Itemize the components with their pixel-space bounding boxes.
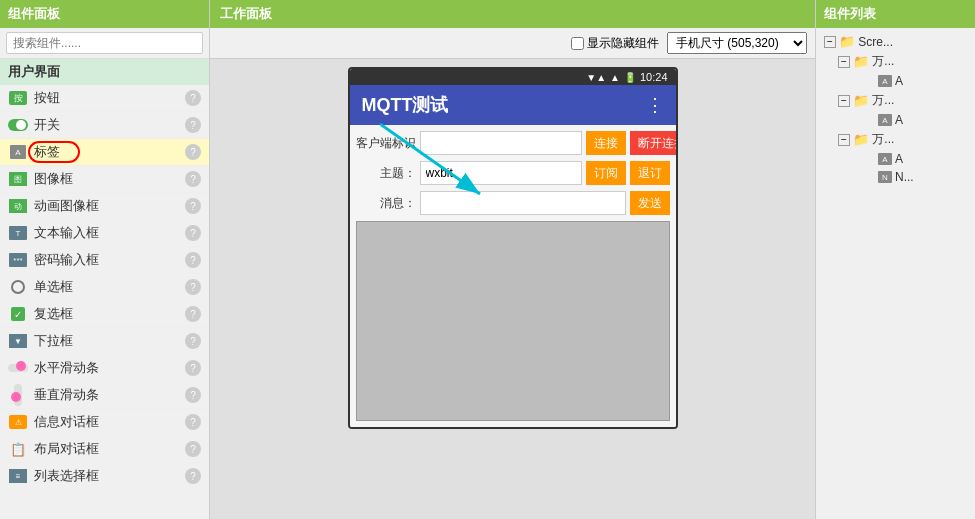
clientid-input[interactable] bbox=[420, 131, 582, 155]
right-panel-title: 组件列表 bbox=[816, 0, 975, 28]
size-select[interactable]: 手机尺寸 (505,320) 平板尺寸 (768,1024) bbox=[667, 32, 807, 54]
show-hidden-checkbox[interactable] bbox=[571, 37, 584, 50]
phone-status-bar: ▼▲ ▲ 🔋 10:24 bbox=[350, 69, 676, 85]
mqtt-row-topic: 主题： 订阅 退订 bbox=[356, 161, 670, 185]
switch-help[interactable]: ? bbox=[185, 117, 201, 133]
label-help[interactable]: ? bbox=[185, 144, 201, 160]
more-icon[interactable]: ⋮ bbox=[646, 94, 664, 116]
button-help[interactable]: ? bbox=[185, 90, 201, 106]
subscribe-button[interactable]: 订阅 bbox=[586, 161, 626, 185]
folder-icon-screen1: 📁 bbox=[839, 34, 855, 49]
textinput-label: 文本输入框 bbox=[34, 224, 185, 242]
tree-item-labelA1[interactable]: A A bbox=[862, 72, 971, 90]
signal-icon: ▲ bbox=[610, 72, 620, 83]
workbench-header: 工作面板 bbox=[210, 0, 815, 28]
animimage-icon: 动 bbox=[8, 198, 28, 214]
message-label: 消息： bbox=[356, 195, 416, 212]
dropdown-icon: ▼ bbox=[8, 333, 28, 349]
switch-icon bbox=[8, 117, 28, 133]
tree-comp-icon-labelA3: A bbox=[878, 153, 892, 165]
textinput-icon: T bbox=[8, 225, 28, 241]
dropdown-help[interactable]: ? bbox=[185, 333, 201, 349]
tree-item-screen1[interactable]: − 📁 Scre... bbox=[820, 32, 971, 51]
tree-label-group7a: 万... bbox=[869, 53, 894, 70]
workbench-title: 工作面板 bbox=[220, 5, 272, 23]
radio-help[interactable]: ? bbox=[185, 279, 201, 295]
pwdinput-icon: *** bbox=[8, 252, 28, 268]
comp-item-animimage[interactable]: 动 动画图像框 ? bbox=[0, 193, 209, 220]
tree-label-labelA2: A bbox=[895, 113, 903, 127]
comp-item-infodialog[interactable]: ⚠ 信息对话框 ? bbox=[0, 409, 209, 436]
listpicker-icon: ≡ bbox=[8, 468, 28, 484]
phone-app-bar: MQTT测试 ⋮ bbox=[350, 85, 676, 125]
tree-expand-group7c[interactable]: − bbox=[838, 134, 850, 146]
right-panel: 组件列表 − 📁 Scre... − 📁 万... A A − 📁 万... A bbox=[815, 0, 975, 519]
hslider-icon bbox=[8, 360, 28, 376]
tree-label-group7b: 万... bbox=[869, 92, 894, 109]
tree-item-group7a[interactable]: − 📁 万... bbox=[834, 51, 971, 72]
tree-expand-screen1[interactable]: − bbox=[824, 36, 836, 48]
tree-item-labelN[interactable]: N N... bbox=[862, 168, 971, 186]
tree-item-labelA2[interactable]: A A bbox=[862, 111, 971, 129]
comp-item-switch[interactable]: 开关 ? bbox=[0, 112, 209, 139]
dropdown-label: 下拉框 bbox=[34, 332, 185, 350]
animimage-label: 动画图像框 bbox=[34, 197, 185, 215]
folder-icon-group7a: 📁 bbox=[853, 54, 869, 69]
button-icon: 按 bbox=[8, 90, 28, 106]
unsubscribe-button[interactable]: 退订 bbox=[630, 161, 670, 185]
comp-item-textinput[interactable]: T 文本输入框 ? bbox=[0, 220, 209, 247]
clientid-label: 客户端标识： bbox=[356, 135, 416, 152]
connect-button[interactable]: 连接 bbox=[586, 131, 626, 155]
comp-item-vslider[interactable]: 垂直滑动条 ? bbox=[0, 382, 209, 409]
imagebox-help[interactable]: ? bbox=[185, 171, 201, 187]
label-label: 标签 bbox=[34, 143, 185, 161]
comp-item-layoutdialog[interactable]: 📋 布局对话框 ? bbox=[0, 436, 209, 463]
send-button[interactable]: 发送 bbox=[630, 191, 670, 215]
tree-comp-icon-labelN: N bbox=[878, 171, 892, 183]
checkbox-help[interactable]: ? bbox=[185, 306, 201, 322]
comp-item-listpicker[interactable]: ≡ 列表选择框 ? bbox=[0, 463, 209, 490]
comp-item-button[interactable]: 按 按钮 ? bbox=[0, 85, 209, 112]
radio-icon bbox=[8, 279, 28, 295]
checkbox-label: 复选框 bbox=[34, 305, 185, 323]
vslider-help[interactable]: ? bbox=[185, 387, 201, 403]
wifi-icon: ▼▲ bbox=[586, 72, 606, 83]
comp-item-label[interactable]: A 标签 ? bbox=[0, 139, 209, 166]
pwdinput-label: 密码输入框 bbox=[34, 251, 185, 269]
layoutdialog-help[interactable]: ? bbox=[185, 441, 201, 457]
tree-item-labelA3[interactable]: A A bbox=[862, 150, 971, 168]
comp-item-radio[interactable]: 单选框 ? bbox=[0, 274, 209, 301]
infodialog-icon: ⚠ bbox=[8, 414, 28, 430]
comp-item-pwdinput[interactable]: *** 密码输入框 ? bbox=[0, 247, 209, 274]
tree-expand-group7b[interactable]: − bbox=[838, 95, 850, 107]
hslider-help[interactable]: ? bbox=[185, 360, 201, 376]
pwdinput-help[interactable]: ? bbox=[185, 252, 201, 268]
vslider-label: 垂直滑动条 bbox=[34, 386, 185, 404]
tree-expand-group7a[interactable]: − bbox=[838, 56, 850, 68]
comp-item-hslider[interactable]: 水平滑动条 ? bbox=[0, 355, 209, 382]
infodialog-label: 信息对话框 bbox=[34, 413, 185, 431]
tree-label-labelA3: A bbox=[895, 152, 903, 166]
imagebox-label: 图像框 bbox=[34, 170, 185, 188]
layoutdialog-icon: 📋 bbox=[8, 441, 28, 457]
tree-item-group7c[interactable]: − 📁 万... bbox=[834, 129, 971, 150]
topic-label: 主题： bbox=[356, 165, 416, 182]
tree-comp-icon-labelA1: A bbox=[878, 75, 892, 87]
message-area bbox=[356, 221, 670, 421]
layoutdialog-label: 布局对话框 bbox=[34, 440, 185, 458]
infodialog-help[interactable]: ? bbox=[185, 414, 201, 430]
message-input[interactable] bbox=[420, 191, 626, 215]
textinput-help[interactable]: ? bbox=[185, 225, 201, 241]
hslider-label: 水平滑动条 bbox=[34, 359, 185, 377]
animimage-help[interactable]: ? bbox=[185, 198, 201, 214]
topic-input[interactable] bbox=[420, 161, 582, 185]
comp-item-checkbox[interactable]: ✓ 复选框 ? bbox=[0, 301, 209, 328]
listpicker-label: 列表选择框 bbox=[34, 467, 185, 485]
component-tree: − 📁 Scre... − 📁 万... A A − 📁 万... A A bbox=[816, 28, 975, 519]
tree-item-group7b[interactable]: − 📁 万... bbox=[834, 90, 971, 111]
comp-item-imagebox[interactable]: 图 图像框 ? bbox=[0, 166, 209, 193]
comp-item-dropdown[interactable]: ▼ 下拉框 ? bbox=[0, 328, 209, 355]
search-input[interactable] bbox=[6, 32, 203, 54]
disconnect-button[interactable]: 断开连接 bbox=[630, 131, 678, 155]
listpicker-help[interactable]: ? bbox=[185, 468, 201, 484]
